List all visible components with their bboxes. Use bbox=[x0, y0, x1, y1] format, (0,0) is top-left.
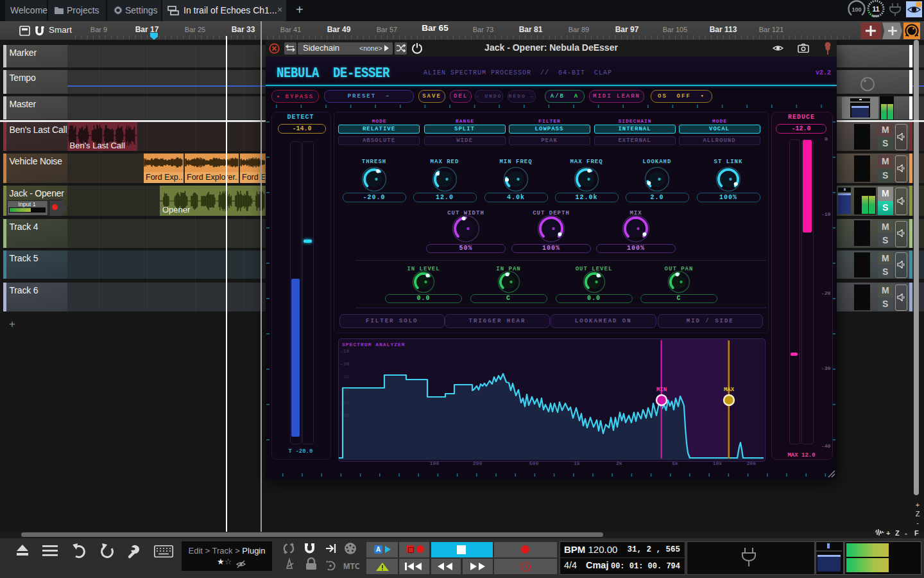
svg-text:MIN: MIN bbox=[656, 387, 667, 393]
svg-text:MTC: MTC bbox=[343, 562, 359, 570]
svg-text:11: 11 bbox=[872, 5, 879, 13]
svg-text:100: 100 bbox=[851, 6, 861, 13]
svg-text:MAX: MAX bbox=[724, 387, 735, 393]
